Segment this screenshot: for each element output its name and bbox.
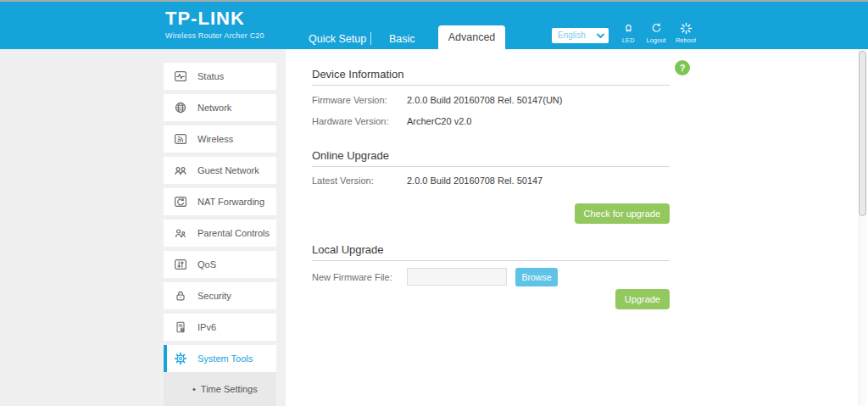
upgrade-button[interactable]: Upgrade: [615, 289, 670, 309]
sidebar-item-ipv6[interactable]: IPv6: [164, 314, 276, 341]
help-icon[interactable]: ?: [675, 60, 690, 75]
section-title-online-upgrade: Online Upgrade: [312, 149, 389, 162]
hardware-version-value: ArcherC20 v2.0: [407, 116, 471, 126]
firmware-version-value: 2.0.0 Build 20160708 Rel. 50147(UN): [407, 95, 562, 105]
section-divider: [312, 85, 670, 86]
browse-button[interactable]: Browse: [515, 268, 558, 286]
section-title-device-information: Device Information: [312, 68, 403, 81]
guest-network-icon: [174, 164, 187, 177]
hardware-version-label: Hardware Version:: [312, 116, 407, 126]
sidebar-item-label: Guest Network: [198, 165, 259, 175]
sidebar-item-label: Parental Controls: [198, 228, 270, 238]
sidebar-nav: Status Network Wireless Guest Network: [164, 63, 276, 376]
sidebar-item-label: Network: [198, 103, 231, 113]
router-model-subtitle: Wireless Router Archer C20: [165, 31, 264, 40]
sidebar-item-label: IPv6: [198, 322, 216, 332]
sidebar-item-label: Wireless: [198, 134, 233, 144]
sidebar-item-system-tools[interactable]: System Tools: [164, 345, 276, 372]
latest-version-label: Latest Version:: [312, 175, 407, 186]
submenu-label: Time Settings: [201, 384, 258, 394]
sidebar-item-wireless[interactable]: Wireless: [164, 125, 276, 153]
hardware-version-row: Hardware Version: ArcherC20 v2.0: [312, 116, 471, 126]
sidebar-item-label: Status: [198, 71, 224, 81]
latest-version-value: 2.0.0 Build 20160708 Rel. 50147: [407, 175, 542, 186]
reboot-label: Reboot: [671, 36, 700, 44]
brand-block: TP-LINK Wireless Router Archer C20: [165, 8, 264, 40]
firmware-version-label: Firmware Version:: [312, 95, 407, 105]
sidebar-item-label: QoS: [198, 259, 216, 270]
section-divider: [312, 260, 670, 261]
reboot-icon: [680, 22, 693, 35]
latest-version-row: Latest Version: 2.0.0 Build 20160708 Rel…: [312, 175, 542, 186]
section-divider: [312, 166, 670, 167]
sidebar-item-network[interactable]: Network: [164, 94, 276, 121]
sidebar-item-security[interactable]: Security: [164, 282, 276, 309]
globe-icon: [174, 101, 187, 114]
firmware-version-row: Firmware Version: 2.0.0 Build 20160708 R…: [312, 95, 562, 105]
scrollbar-thumb[interactable]: [859, 51, 866, 216]
sidebar-item-qos[interactable]: QoS: [164, 251, 276, 278]
submenu-bullet: •: [192, 384, 196, 394]
sidebar-item-parental-controls[interactable]: Parental Controls: [164, 220, 276, 247]
sidebar-item-guest-network[interactable]: Guest Network: [164, 157, 276, 184]
section-title-local-upgrade: Local Upgrade: [312, 243, 384, 256]
sidebar-item-label: NAT Forwarding: [198, 197, 264, 207]
parental-controls-icon: [174, 226, 187, 240]
sidebar-item-status[interactable]: Status: [164, 63, 276, 90]
wireless-icon: [174, 132, 187, 146]
status-icon: [174, 70, 187, 83]
gear-icon: [174, 352, 187, 365]
sidebar-item-nat-forwarding[interactable]: NAT Forwarding: [164, 188, 276, 215]
new-firmware-file-label: New Firmware File:: [312, 272, 407, 282]
tplink-logo: TP-LINK: [165, 8, 264, 29]
qos-icon: [174, 258, 187, 271]
sidebar-item-label: Security: [198, 291, 231, 301]
sidebar-subitem-time-settings[interactable]: • Time Settings: [164, 372, 276, 406]
nat-forwarding-icon: [174, 195, 187, 209]
lock-icon: [174, 289, 187, 303]
sidebar-item-label: System Tools: [198, 353, 253, 364]
ipv6-icon: [174, 320, 187, 334]
firmware-file-input[interactable]: [407, 268, 507, 286]
new-firmware-file-row: New Firmware File:: [312, 272, 407, 282]
main-content: Device Information Firmware Version: 2.0…: [312, 0, 670, 406]
check-for-upgrade-button[interactable]: Check for upgrade: [575, 203, 670, 224]
reboot-button[interactable]: Reboot: [671, 22, 700, 44]
